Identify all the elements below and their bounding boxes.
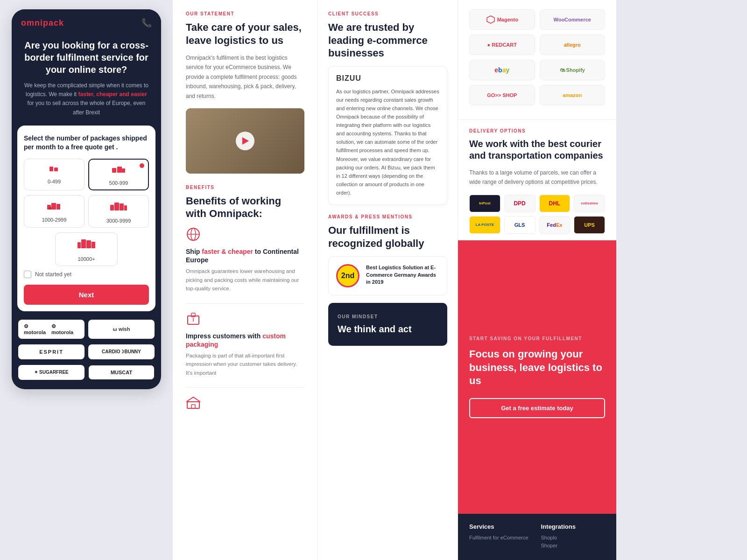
ecom-logo-magento: Magento <box>469 9 535 30</box>
ecom-row-1: Magento WooCommerce <box>469 9 605 30</box>
mindset-section: OUR MINDSET We think and act <box>328 303 447 346</box>
courier-logo-dpd: DPD <box>504 195 536 212</box>
statement-body: Omnipack's fulfilment is the best logist… <box>186 53 304 101</box>
package-option-0-499[interactable]: 0-499 <box>24 159 85 190</box>
panel-client-success: CLIENT SUCCESS We are trusted by leading… <box>317 0 458 560</box>
svg-rect-6 <box>51 203 56 210</box>
benefit-pkg-body: Packaging is part of that all-important … <box>186 351 304 377</box>
video-thumbnail[interactable] <box>186 108 304 174</box>
courier-logos-grid: InPost DPD DHL colissimo LA POSTE GLS Fe… <box>469 195 605 234</box>
hero-subtitle: We keep the complicated simple when it c… <box>22 81 151 117</box>
package-label-3000-9999: 3000-9999 <box>106 218 131 224</box>
ecom-row-3: ebay 🛍 Shopify <box>469 60 605 80</box>
footer-integrations-item-2[interactable]: Shoper <box>541 543 606 548</box>
awards-heading: Our fulfillment is recognized globally <box>328 224 447 250</box>
client-card-bizuu: BIZUU As our logistics partner, Omnipack… <box>328 66 447 205</box>
package-icon-xlarge <box>110 200 127 216</box>
panel-delivery-cta: Magento WooCommerce ● REDCART allegro eb… <box>458 0 616 560</box>
svg-rect-11 <box>120 203 124 210</box>
svg-rect-8 <box>49 207 51 210</box>
not-started-checkbox[interactable] <box>24 271 31 278</box>
app-logo: omnipack <box>21 18 64 28</box>
ecom-logo-ebay: ebay <box>469 60 535 80</box>
ecom-logo-allegro: allegro <box>540 35 606 55</box>
benefit-divider-2 <box>186 387 304 388</box>
package-icon-xxlarge <box>78 238 95 254</box>
svg-rect-9 <box>110 205 114 210</box>
brand-motorola: ⚙ motorola <box>18 320 85 339</box>
benefit-pkg-title: Impress customers with custom packaging <box>186 332 304 349</box>
ecom-logo-amazon: amazon <box>540 85 606 105</box>
cta-tag: START SAVING ON YOUR FULFILLMENT <box>469 336 605 341</box>
svg-rect-16 <box>92 242 95 248</box>
package-option-3000-9999[interactable]: 3000-9999 <box>88 195 149 228</box>
svg-rect-24 <box>187 402 199 408</box>
play-button[interactable] <box>236 132 254 150</box>
courier-logo-dhl: DHL <box>539 195 571 212</box>
phone-mockup: omnipack 📞 Are you looking for a cross-b… <box>12 9 161 389</box>
play-icon <box>242 137 249 145</box>
footer-services-item-1[interactable]: Fulfilment for eCommerce <box>469 535 534 540</box>
delivery-tag: DELIVERY OPTIONS <box>469 128 605 133</box>
delivery-body: Thanks to a large volume of parcels, we … <box>469 168 605 187</box>
package-icon-medium <box>111 164 126 178</box>
warehouse-icon <box>186 395 203 412</box>
package-option-10000[interactable]: 10000+ <box>55 232 118 266</box>
packages-grid-top: 0-499 500-999 <box>24 159 149 190</box>
courier-logo-fedex: FedEx <box>539 216 571 234</box>
package-label-0-499: 0-499 <box>48 179 61 184</box>
award-badge: 2nd <box>336 264 359 287</box>
ecommerce-logos-section: Magento WooCommerce ● REDCART allegro eb… <box>458 0 616 119</box>
ecom-row-2: ● REDCART allegro <box>469 35 605 55</box>
ecom-logo-redcart: ● REDCART <box>469 35 535 55</box>
package-selector-card: Select the number of packages shipped pe… <box>17 126 155 311</box>
call-icon[interactable]: 📞 <box>141 18 152 28</box>
cta-heading: Focus on growing your business, leave lo… <box>469 348 605 388</box>
packages-grid-bottom: 10000+ <box>24 232 149 266</box>
package-icon-small <box>48 164 61 177</box>
hero-title: Are you looking for a cross-border fulfi… <box>22 39 151 76</box>
svg-rect-7 <box>56 204 60 210</box>
benefit-packaging: Impress customers with custom packaging … <box>186 311 304 378</box>
selected-indicator <box>139 162 145 169</box>
packages-grid-mid: 1000-2999 3000-9999 <box>24 195 149 228</box>
benefit-ship: Ship faster & cheaper to Continental Eur… <box>186 227 304 293</box>
card-title: Select the number of packages shipped pe… <box>24 134 149 152</box>
footer-nav: Services Fulfilment for eCommerce Integr… <box>458 514 616 560</box>
awards-section: AWARDS & PRESS MENTIONS Our fulfillment … <box>328 214 447 295</box>
client-heading: We are trusted by leading e-commerce bus… <box>328 21 447 60</box>
ecom-logo-woocommerce: WooCommerce <box>540 9 606 30</box>
brand-esprit: ESPRIT <box>18 344 85 359</box>
package-icon-large <box>47 200 62 215</box>
package-option-500-999[interactable]: 500-999 <box>88 159 149 190</box>
svg-rect-0 <box>49 167 53 171</box>
courier-logo-gls: GLS <box>504 216 536 234</box>
package-label-10000: 10000+ <box>78 256 95 262</box>
brand-muscat: MUSCAT <box>88 365 155 380</box>
courier-logo-ups: UPS <box>574 216 605 234</box>
courier-logo-inpost: InPost <box>469 195 500 212</box>
svg-rect-1 <box>54 168 58 171</box>
svg-rect-12 <box>124 205 127 210</box>
courier-logo-colissimo: colissimo <box>574 195 605 212</box>
svg-rect-25 <box>191 405 195 408</box>
awards-tag: AWARDS & PRESS MENTIONS <box>328 214 447 219</box>
statement-tag: OUR STATEMENT <box>186 11 304 16</box>
courier-logo-laposte: LA POSTE <box>469 216 500 234</box>
benefit-ship-title: Ship faster & cheaper to Continental Eur… <box>186 247 304 264</box>
ecom-logo-goshop: GO>> SHOP <box>469 85 535 105</box>
delivery-heading: We work with the best courier and transp… <box>469 138 605 161</box>
brand-wish: ω wish <box>88 320 155 339</box>
package-option-1000-2999[interactable]: 1000-2999 <box>24 195 85 228</box>
footer-col-services: Services Fulfilment for eCommerce <box>469 523 534 551</box>
statement-heading: Take care of your sales, leave logistics… <box>186 21 304 47</box>
svg-rect-15 <box>86 240 91 248</box>
benefits-list: Ship faster & cheaper to Continental Eur… <box>186 227 304 412</box>
footer-col-integrations: Integrations Shoplo Shoper <box>541 523 606 551</box>
cta-button[interactable]: Get a free estimate today <box>469 398 605 418</box>
svg-rect-4 <box>122 168 125 173</box>
mindset-tag: OUR MINDSET <box>338 314 438 319</box>
footer-integrations-item-1[interactable]: Shoplo <box>541 535 606 540</box>
footer-services-title: Services <box>469 523 534 530</box>
next-button[interactable]: Next <box>24 285 149 305</box>
